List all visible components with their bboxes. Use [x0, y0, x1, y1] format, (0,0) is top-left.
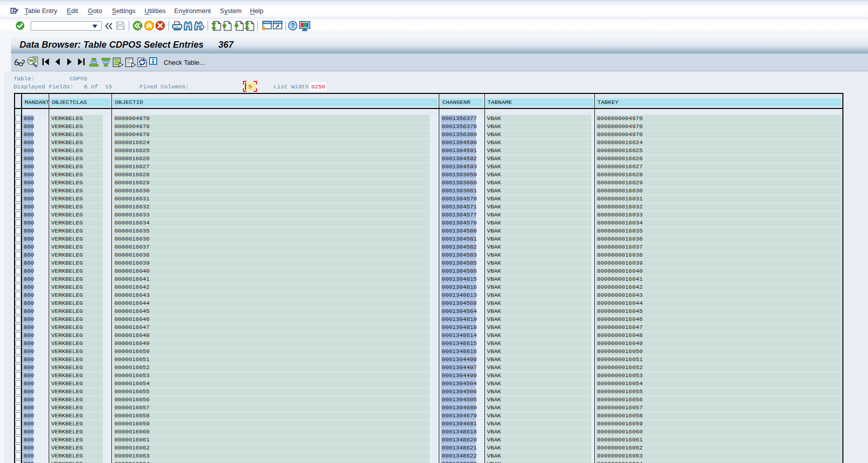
svg-text:?: ? — [291, 22, 295, 30]
